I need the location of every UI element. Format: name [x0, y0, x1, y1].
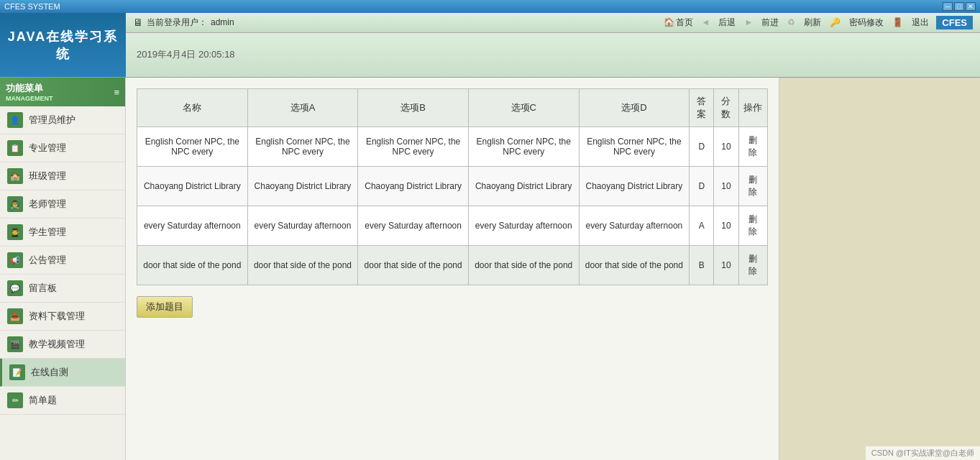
board-label: 留言板 [29, 282, 57, 295]
action-cell-row2: 删除 [738, 206, 768, 246]
nav-buttons: 🏠 首页 ◄ 后退 ► 前进 ♻ 刷新 🔑 密码修改 [661, 15, 973, 30]
download-label: 资料下载管理 [29, 310, 85, 323]
cell-row2-col6: 10 [714, 206, 738, 246]
class-icon: 🏫 [7, 168, 23, 184]
cell-row3-col5: B [690, 246, 714, 285]
simple-icon: ✏ [7, 392, 23, 408]
col-optd: 选项D [579, 89, 690, 127]
datetime: 2019年4月4日 20:05:18 [137, 48, 235, 61]
forward-label: 前进 [761, 17, 779, 29]
simple-label: 简单题 [29, 394, 57, 407]
minimize-button[interactable]: ─ [943, 2, 953, 11]
cell-row3-col2: door that side of the pond [358, 246, 469, 285]
password-label: 密码修改 [849, 17, 884, 29]
table-row: every Saturday afternoonevery Saturday a… [137, 206, 768, 246]
close-button[interactable]: ✕ [966, 2, 976, 11]
student-icon: 👨‍🎓 [7, 224, 23, 240]
nav-logout[interactable]: 退出 [909, 15, 932, 30]
sidebar-item-admin[interactable]: 👤 管理员维护 [0, 106, 125, 134]
delete-button-row3[interactable]: 删除 [743, 252, 764, 279]
teacher-label: 老师管理 [29, 198, 66, 211]
delete-button-row1[interactable]: 删除 [743, 172, 764, 200]
cell-row0-col3: English Corner NPC, the NPC every [468, 127, 579, 167]
cell-row0-col0: English Corner NPC, the NPC every [137, 127, 248, 167]
cell-row2-col3: every Saturday afternoon [468, 206, 579, 246]
sidebar-header: 功能菜单 MANAGEMENT ≡ [0, 78, 125, 106]
sidebar-item-major[interactable]: 📋 专业管理 [0, 134, 125, 162]
cell-row3-col4: door that side of the pond [579, 246, 690, 285]
cell-row0-col6: 10 [714, 127, 738, 167]
cell-row3-col0: door that side of the pond [137, 246, 248, 285]
sidebar-item-board[interactable]: 💬 留言板 [0, 275, 125, 303]
maximize-button[interactable]: □ [954, 2, 964, 11]
sidebar: 功能菜单 MANAGEMENT ≡ 👤 管理员维护 📋 专业管理 🏫 班级管理 … [0, 78, 126, 460]
divider-1: ◄ [702, 17, 710, 27]
nav-forward[interactable]: 前进 [759, 15, 782, 30]
sidebar-item-download[interactable]: 📥 资料下载管理 [0, 303, 125, 331]
sidebar-item-student[interactable]: 👨‍🎓 学生管理 [0, 218, 125, 247]
col-optb: 选项B [358, 89, 469, 127]
nav-home[interactable]: 🏠 首页 [661, 15, 696, 30]
top-nav: 🖥 当前登录用户： admin 🏠 首页 ◄ 后退 ► 前进 ♻ [126, 13, 980, 33]
add-question-button[interactable]: 添加题目 [137, 296, 193, 318]
data-table: 名称 选项A 选项B 选项C 选项D 答案 分数 操作 English Corn… [137, 88, 768, 285]
class-label: 班级管理 [29, 170, 66, 183]
delete-button-row0[interactable]: 删除 [743, 133, 764, 160]
sidebar-item-class[interactable]: 🏫 班级管理 [0, 162, 125, 190]
nav-refresh[interactable]: 刷新 [801, 15, 824, 30]
cell-row2-col1: every Saturday afternoon [247, 206, 358, 246]
breadcrumb-area: 2019年4月4日 20:05:18 [126, 33, 980, 77]
col-optc: 选项C [468, 89, 579, 127]
cell-row0-col4: English Corner NPC, the NPC every [579, 127, 690, 167]
header-right: 🖥 当前登录用户： admin 🏠 首页 ◄ 后退 ► 前进 ♻ [126, 13, 980, 77]
monitor-icon: 🖥 [133, 17, 143, 28]
quiz-label: 在线自测 [31, 366, 68, 379]
table-row: Chaoyang District LibraryChaoyang Distri… [137, 167, 768, 206]
major-label: 专业管理 [29, 142, 66, 155]
cell-row2-col5: A [690, 206, 714, 246]
cell-row1-col0: Chaoyang District Library [137, 167, 248, 206]
sidebar-item-teacher[interactable]: 👨‍🏫 老师管理 [0, 190, 125, 218]
refresh-label: 刷新 [804, 17, 821, 29]
admin-icon: 👤 [7, 112, 23, 128]
sidebar-item-video[interactable]: 🎬 教学视频管理 [0, 331, 125, 359]
notice-icon: 📢 [7, 252, 23, 268]
cell-row3-col6: 10 [714, 246, 738, 285]
cell-row0-col5: D [690, 127, 714, 167]
table-row: English Corner NPC, the NPC everyEnglish… [137, 127, 768, 167]
teacher-icon: 👨‍🏫 [7, 196, 23, 212]
col-answer: 答案 [690, 89, 714, 127]
content-area: 名称 选项A 选项B 选项C 选项D 答案 分数 操作 English Corn… [126, 78, 779, 460]
divider-3: ♻ [787, 17, 795, 27]
title-bar: CFES SYSTEM ─ □ ✕ [0, 0, 980, 13]
cell-row3-col3: door that side of the pond [468, 246, 579, 285]
nav-password[interactable]: 密码修改 [846, 15, 887, 30]
sidebar-item-notice[interactable]: 📢 公告管理 [0, 247, 125, 275]
user-label: 当前登录用户： [147, 17, 207, 29]
delete-button-row2[interactable]: 删除 [743, 212, 764, 239]
nav-back[interactable]: 后退 [715, 15, 738, 30]
action-cell-row3: 删除 [738, 246, 768, 285]
major-icon: 📋 [7, 140, 23, 156]
sidebar-toggle-icon[interactable]: ≡ [114, 87, 119, 98]
user-info: 🖥 当前登录用户： admin [133, 17, 234, 29]
username: admin [211, 17, 234, 27]
home-icon: 🏠 [664, 17, 674, 27]
board-icon: 💬 [7, 280, 23, 296]
action-cell-row1: 删除 [738, 167, 768, 206]
download-icon: 📥 [7, 308, 23, 324]
cell-row2-col2: every Saturday afternoon [358, 206, 469, 246]
col-name: 名称 [137, 89, 248, 127]
col-action: 操作 [738, 89, 768, 127]
quiz-icon: 📝 [9, 364, 25, 380]
footer-text: CSDN @IT实战课堂@白老师 [871, 448, 974, 457]
back-label: 后退 [718, 17, 736, 29]
header: JAVA在线学习系统 🖥 当前登录用户： admin 🏠 首页 ◄ 后退 ► 前… [0, 13, 980, 78]
sidebar-item-simple[interactable]: ✏ 简单题 [0, 387, 125, 415]
cell-row3-col1: door that side of the pond [247, 246, 358, 285]
table-header-row: 名称 选项A 选项B 选项C 选项D 答案 分数 操作 [137, 89, 768, 127]
admin-label: 管理员维护 [29, 114, 75, 126]
cell-row0-col2: English Corner NPC, the NPC every [358, 127, 469, 167]
sidebar-item-quiz[interactable]: 📝 在线自测 [0, 359, 125, 387]
cell-row1-col4: Chaoyang District Library [579, 167, 690, 206]
